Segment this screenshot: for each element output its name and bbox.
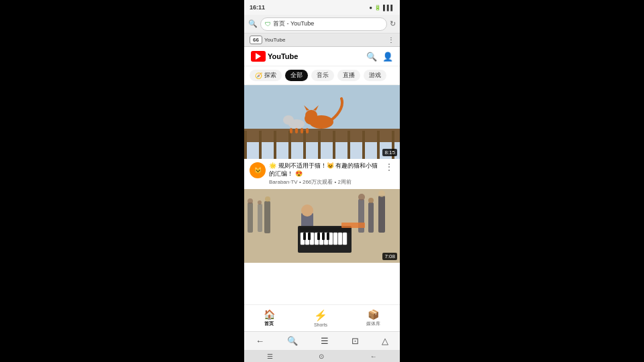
back-button[interactable]: ← bbox=[256, 336, 264, 346]
home-icon: 🏠 bbox=[264, 309, 275, 320]
chip-all[interactable]: 全部 bbox=[285, 70, 308, 81]
youtube-bottom-nav: 🏠 首页 ⚡ Shorts 📦 媒体库 bbox=[244, 304, 400, 331]
gesture-bar: ☰ ⊙ ← bbox=[244, 350, 400, 362]
filter-chips: 🧭 探索 全部 音乐 直播 游戏 bbox=[244, 66, 400, 85]
tab-count-badge: 66 bbox=[250, 36, 262, 44]
svg-rect-22 bbox=[301, 128, 303, 133]
status-icons: ● 🔋 ▌▌▌ bbox=[369, 5, 394, 11]
chip-explore[interactable]: 🧭 探索 bbox=[250, 70, 282, 81]
svg-rect-4 bbox=[274, 131, 276, 159]
svg-rect-9 bbox=[347, 131, 350, 159]
chip-live-label: 直播 bbox=[343, 71, 355, 80]
video-1-details: 🌟 规则不适用于猫！😺 有趣的猫和小猫的汇编！ 😍 Baraban·TV • 2… bbox=[269, 162, 380, 186]
chip-live[interactable]: 直播 bbox=[337, 70, 360, 81]
youtube-account-button[interactable]: 👤 bbox=[382, 52, 393, 62]
browser-search-icon: 🔍 bbox=[248, 19, 258, 28]
gesture-home-icon: ⊙ bbox=[319, 353, 324, 360]
recents-button[interactable]: ⊡ bbox=[352, 336, 359, 346]
video-1-duration: 8:15 bbox=[382, 149, 397, 156]
svg-rect-10 bbox=[362, 131, 365, 159]
video-1-channel: Baraban·TV bbox=[269, 179, 298, 185]
security-shield-icon: 🛡 bbox=[265, 21, 271, 27]
address-input[interactable]: 🛡 首页 - YouTube bbox=[260, 17, 387, 31]
svg-rect-44 bbox=[343, 233, 347, 245]
svg-rect-5 bbox=[288, 131, 291, 159]
video-1-title: 🌟 规则不适用于猫！😺 有趣的猫和小猫的汇编！ 😍 bbox=[269, 162, 380, 178]
svg-point-28 bbox=[258, 200, 262, 204]
tab-label: YouTube bbox=[264, 37, 285, 43]
compass-icon: 🧭 bbox=[255, 72, 262, 79]
svg-rect-52 bbox=[368, 202, 374, 233]
nav-shorts-label: Shorts bbox=[314, 322, 327, 327]
chip-music-label: 音乐 bbox=[317, 71, 329, 80]
svg-point-51 bbox=[358, 194, 365, 200]
youtube-logo-text: YouTube bbox=[268, 52, 298, 60]
piano-video-thumbnail: 7:08 bbox=[244, 189, 400, 263]
youtube-content: YouTube 🔍 👤 🧭 探索 全部 音乐 直播 游戏 bbox=[244, 47, 400, 331]
gesture-back-icon: ← bbox=[370, 353, 377, 360]
notification-dot: ● bbox=[369, 5, 372, 11]
svg-rect-3 bbox=[259, 131, 262, 159]
video-1-views: 266万次观看 bbox=[303, 179, 333, 185]
cat-video-thumbnail: 8:15 bbox=[244, 85, 400, 159]
status-bar: 16:11 ● 🔋 ▌▌▌ bbox=[244, 0, 400, 15]
tab-options[interactable]: ⋮ bbox=[388, 36, 394, 44]
svg-rect-45 bbox=[303, 233, 306, 240]
nav-shorts[interactable]: ⚡ Shorts bbox=[314, 309, 327, 327]
svg-rect-23 bbox=[306, 128, 309, 133]
svg-rect-8 bbox=[333, 131, 335, 159]
svg-rect-43 bbox=[338, 233, 342, 245]
refresh-button[interactable]: ↻ bbox=[390, 19, 396, 28]
system-nav: ← 🔍 ☰ ⊡ △ bbox=[244, 331, 400, 350]
chip-music[interactable]: 音乐 bbox=[311, 70, 334, 81]
svg-rect-21 bbox=[295, 128, 298, 133]
svg-rect-7 bbox=[318, 131, 321, 159]
svg-rect-6 bbox=[303, 131, 306, 159]
home-button[interactable]: △ bbox=[382, 336, 388, 346]
svg-rect-27 bbox=[258, 204, 262, 232]
youtube-search-button[interactable]: 🔍 bbox=[366, 52, 377, 62]
youtube-header-icons: 🔍 👤 bbox=[366, 52, 393, 62]
nav-home-label: 首页 bbox=[264, 320, 274, 327]
video-1-avatar: 🐱 bbox=[250, 162, 266, 178]
phone-frame: 16:11 ● 🔋 ▌▌▌ 🔍 🛡 首页 - YouTube ↻ 66 YouT… bbox=[244, 0, 400, 362]
video-1-meta: Baraban·TV • 266万次观看 • 2周前 bbox=[269, 178, 380, 186]
video-1-more-button[interactable]: ⋮ bbox=[384, 162, 394, 172]
library-icon: 📦 bbox=[368, 309, 379, 320]
svg-rect-54 bbox=[378, 196, 385, 233]
svg-rect-56 bbox=[341, 223, 365, 228]
svg-point-26 bbox=[248, 198, 253, 204]
tab-count[interactable]: 66 YouTube bbox=[250, 36, 285, 44]
svg-rect-20 bbox=[290, 128, 292, 133]
svg-rect-46 bbox=[308, 233, 311, 240]
video-card-1[interactable]: 8:15 🐱 🌟 规则不适用于猫！😺 有趣的猫和小猫的汇编！ 😍 Baraban… bbox=[244, 85, 400, 189]
svg-point-30 bbox=[265, 196, 270, 202]
youtube-header: YouTube 🔍 👤 bbox=[244, 47, 400, 66]
search-button[interactable]: 🔍 bbox=[287, 336, 298, 346]
video-card-2[interactable]: 7:08 bbox=[244, 189, 400, 263]
video-2-duration: 7:08 bbox=[382, 253, 397, 260]
shorts-icon: ⚡ bbox=[314, 309, 327, 322]
svg-point-19 bbox=[283, 115, 294, 125]
svg-rect-42 bbox=[333, 233, 337, 245]
chip-all-label: 全部 bbox=[290, 71, 303, 80]
youtube-logo-icon bbox=[251, 51, 266, 62]
wifi-icon: ▌▌▌ bbox=[383, 5, 394, 11]
youtube-play-triangle bbox=[256, 53, 261, 60]
svg-rect-49 bbox=[327, 233, 329, 240]
chip-games[interactable]: 游戏 bbox=[364, 70, 386, 81]
video-1-avatar-emoji: 🐱 bbox=[254, 167, 262, 174]
svg-rect-25 bbox=[248, 202, 253, 233]
nav-library-label: 媒体库 bbox=[366, 320, 380, 327]
nav-library[interactable]: 📦 媒体库 bbox=[366, 309, 380, 327]
nav-home[interactable]: 🏠 首页 bbox=[264, 309, 275, 327]
svg-point-32 bbox=[301, 204, 313, 217]
youtube-logo: YouTube bbox=[251, 51, 298, 62]
gesture-menu-icon: ☰ bbox=[267, 353, 273, 360]
svg-rect-47 bbox=[317, 233, 320, 240]
svg-rect-34 bbox=[299, 227, 350, 233]
video-1-age: 2周前 bbox=[338, 179, 352, 185]
menu-button[interactable]: ☰ bbox=[321, 336, 329, 346]
address-bar: 🔍 🛡 首页 - YouTube ↻ bbox=[244, 15, 400, 34]
status-time: 16:11 bbox=[250, 4, 265, 11]
